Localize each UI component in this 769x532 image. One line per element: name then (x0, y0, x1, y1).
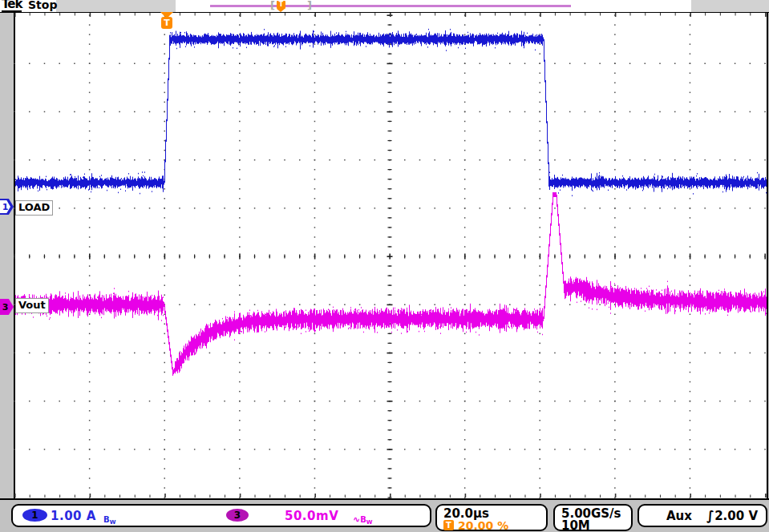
tek-logo: Tek (2, 0, 22, 12)
top-bar-spacer (56, 0, 176, 12)
ac-coupling-icon: ∿ (353, 514, 360, 525)
top-bar-spacer-right (691, 0, 769, 12)
top-status-bar: Tek Stop [ ] T (0, 0, 769, 12)
channel-readout-box[interactable]: 1 1.00 A BW 3 50.0mV ∿BW (11, 504, 431, 527)
record-length-value: 10M points (561, 518, 631, 532)
waveform-display (0, 0, 769, 532)
channel1-waveform-label: LOAD (15, 200, 53, 216)
trigger-readout-box[interactable]: Aux ∫ 2.00 V (637, 504, 767, 527)
record-view-trigger-icon-tip (277, 9, 285, 12)
trigger-level-value: 2.00 V (714, 509, 758, 523)
trigger-source: Aux (666, 509, 692, 523)
trigger-slope-icon: ∫ (706, 508, 714, 523)
horizontal-readout-box[interactable]: 20.0µs T 20.00 % (435, 504, 548, 531)
record-view-right-bracket[interactable]: ] (307, 0, 312, 11)
acquisition-status: Stop (28, 0, 57, 11)
record-view-line (210, 5, 571, 7)
trigger-flag-icon: T (443, 520, 454, 530)
trigger-marker-label: T (161, 17, 172, 29)
channel3-waveform-label: Vout (15, 298, 49, 313)
channel1-bandwidth-icon: BW (103, 510, 115, 526)
readout-bar: 1 1.00 A BW 3 50.0mV ∿BW 20.0µs T 20.00 … (0, 500, 769, 532)
channel3-scale: 50.0mV (285, 509, 338, 523)
acquisition-readout-box[interactable]: 5.00GS/s 10M points (553, 504, 633, 531)
channel3-badge: 3 (226, 509, 249, 522)
oscilloscope-screen: Tek Stop [ ] T T 1 3 LOAD Vout 1 1.00 A … (0, 0, 769, 532)
record-view-left-bracket[interactable]: [ (270, 0, 275, 11)
channel3-position-marker[interactable]: 3 (0, 299, 14, 315)
channel1-badge: 1 (22, 509, 47, 522)
trigger-position-value: 20.00 % (458, 519, 508, 532)
channel3-coupling-bandwidth-icon: ∿BW (353, 510, 373, 526)
record-view-trigger-icon[interactable]: T (277, 1, 285, 9)
channel1-scale: 1.00 A (51, 509, 96, 523)
channel1-position-marker[interactable]: 1 (0, 199, 14, 215)
